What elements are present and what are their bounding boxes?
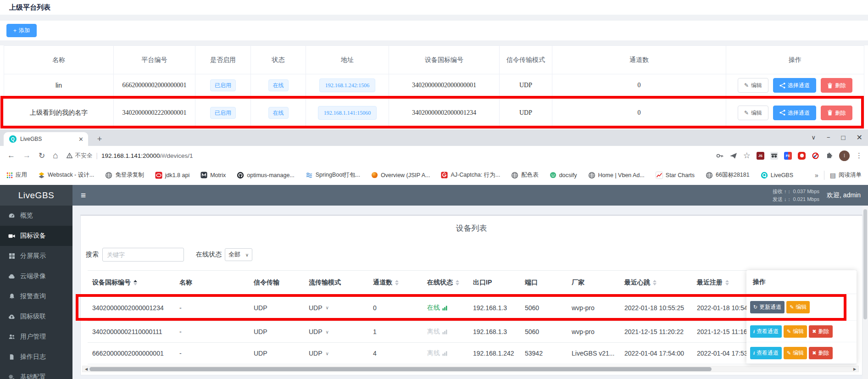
view-channels-button[interactable]: i查看通道	[750, 325, 782, 338]
platform-table-row: lin66620000002000000001已启用在线192.168.1.24…	[4, 74, 864, 97]
window-chevron-icon[interactable]: ∨	[811, 134, 816, 141]
window-minimize-icon[interactable]: −	[827, 134, 830, 141]
panel-toolbar: + 添加	[0, 21, 868, 40]
device-col-header[interactable]: 在线状态	[423, 279, 468, 287]
hamburger-icon[interactable]: ≡	[72, 190, 94, 201]
delete-button[interactable]: ✖删除	[809, 347, 832, 359]
bookmark-item[interactable]: Motrix	[200, 172, 226, 178]
sidebar-item-用户管理[interactable]: 用户管理	[0, 327, 72, 347]
extensions-puzzle-icon[interactable]	[825, 152, 833, 160]
edit-button[interactable]: ✎编辑	[784, 325, 807, 338]
home-icon[interactable]: ⌂	[53, 150, 58, 161]
bookmark-item[interactable]: Webstack - 设计...	[38, 171, 94, 179]
online-status-select[interactable]: 全部 ∨	[225, 248, 252, 261]
edit-icon: ✎	[787, 350, 791, 356]
bookmark-item[interactable]: jdk1.8 api	[155, 172, 190, 179]
delete-button[interactable]: 删除	[821, 106, 852, 120]
forward-icon[interactable]: →	[23, 151, 31, 160]
extension-no-tracking-icon[interactable]	[812, 152, 819, 160]
stream-mode-dropdown[interactable]: UDP∨	[309, 350, 329, 357]
scroll-right-icon[interactable]: ▶	[851, 367, 858, 371]
update-channels-button[interactable]: ↻更新通道	[750, 301, 785, 313]
edit-button[interactable]: ✎编辑	[784, 347, 807, 359]
sidebar-item-报警查询[interactable]: 报警查询	[0, 286, 72, 307]
omnibox[interactable]: 不安全 | 192.168.1.141:20000/#/devices/1	[67, 152, 193, 160]
reading-list-button[interactable]: ▤ 阅读清单	[830, 171, 862, 179]
edit-button[interactable]: ✎编辑	[738, 106, 768, 120]
cloud-icon	[8, 273, 16, 280]
device-cell: 在线	[423, 304, 468, 312]
window-close-icon[interactable]: ✕	[857, 133, 862, 142]
online-state: 离线	[427, 349, 448, 357]
device-col-header[interactable]: 通道数	[368, 279, 423, 287]
tab-title: LiveGBS	[20, 136, 75, 142]
bookmark-item[interactable]: 免登录复制	[105, 171, 144, 179]
extension-fe-icon[interactable]: FE	[784, 152, 792, 160]
scroll-left-icon[interactable]: ◀	[83, 367, 90, 371]
horizontal-scrollbar-thumb[interactable]	[89, 367, 712, 371]
bookmark-item[interactable]: Home | Vben Ad...	[588, 172, 645, 179]
captcha-icon	[441, 172, 448, 178]
security-chip[interactable]: 不安全	[67, 152, 93, 160]
sidebar-item-label: 操作日志	[20, 353, 46, 361]
new-tab-button[interactable]: +	[94, 133, 106, 145]
chart-bars-icon	[442, 305, 448, 311]
reload-icon[interactable]: ↻	[39, 151, 45, 161]
bookmark-item[interactable]: 应用	[6, 171, 27, 179]
page-title: 上级平台列表	[9, 3, 50, 12]
sidebar-item-国标级联[interactable]: 国标级联	[0, 307, 72, 327]
bookmark-star-icon[interactable]: ☆	[743, 150, 751, 161]
password-key-icon[interactable]	[716, 152, 723, 160]
extension-blocker-hand-icon[interactable]	[798, 152, 806, 160]
device-cell: 34020000002110000111	[88, 328, 175, 335]
edit-button[interactable]: ✎编辑	[786, 301, 810, 313]
sidebar-item-基础配置[interactable]: 基础配置	[0, 367, 72, 379]
device-col-header[interactable]: 设备国标编号	[88, 279, 175, 287]
device-col-header[interactable]: 最近注册	[692, 279, 748, 287]
online-status-label: 在线状态	[196, 251, 222, 259]
bookmark-item[interactable]: AJ-Captcha: 行为...	[441, 171, 500, 179]
welcome-user[interactable]: 欢迎, admin	[827, 191, 861, 200]
bookmark-item[interactable]: Star Charts	[656, 172, 695, 179]
sidebar-item-概览[interactable]: 概览	[0, 206, 72, 226]
browser-menu-dots-icon[interactable]: ⋮	[856, 151, 862, 160]
bookmark-item[interactable]: optimus-manage...	[237, 172, 295, 179]
vertical-scrollbar-thumb[interactable]	[863, 209, 867, 319]
platform-cell: 66620000002000000001	[114, 74, 195, 96]
bookmark-item[interactable]: Overview (JSIP A...	[371, 172, 430, 178]
url-text[interactable]: 192.168.1.141:20000/#/devices/1	[101, 152, 193, 159]
sidebar-item-云端录像[interactable]: 云端录像	[0, 266, 72, 286]
bookmark-item[interactable]: 配色表	[511, 171, 539, 179]
select-channel-button[interactable]: 选择通道	[773, 78, 816, 93]
bookmarks-overflow-chevron[interactable]: »	[815, 172, 818, 179]
warning-triangle-icon	[67, 153, 72, 158]
stream-mode-dropdown[interactable]: UDP∨	[309, 304, 329, 312]
delete-button[interactable]: ✖删除	[809, 325, 832, 338]
tab-close-icon[interactable]: ✕	[78, 136, 83, 143]
sidebar-item-操作日志[interactable]: 操作日志	[0, 347, 72, 367]
extension-incognito-icon[interactable]	[770, 152, 778, 160]
extension-js-icon[interactable]: JS	[757, 152, 764, 160]
browser-tab-livegbs[interactable]: Q LiveGBS ✕	[4, 132, 88, 146]
bookmark-item[interactable]: 66国标28181	[706, 171, 750, 179]
select-channel-button[interactable]: 选择通道	[773, 106, 816, 120]
device-col-header[interactable]: 最近心跳	[620, 279, 692, 287]
bookmark-item[interactable]: docsify	[550, 172, 577, 178]
profile-avatar[interactable]: I	[839, 150, 850, 161]
bookmarks-list: 应用Webstack - 设计...免登录复制jdk1.8 apiMotrixo…	[6, 171, 793, 179]
search-input[interactable]	[102, 248, 184, 262]
bookmark-item[interactable]: LiveGBS	[761, 172, 793, 179]
edit-button[interactable]: ✎编辑	[738, 78, 768, 93]
bookmark-item[interactable]: SpringBoot打包...	[306, 171, 360, 179]
view-channels-button[interactable]: i查看通道	[750, 347, 782, 359]
sidebar-item-国标设备[interactable]: 国标设备	[0, 226, 72, 246]
platform-cell: 已启用	[195, 97, 251, 128]
stream-mode-dropdown[interactable]: UDP∨	[309, 328, 329, 335]
device-cell: UDP	[249, 304, 304, 312]
sidebar-item-分屏展示[interactable]: 分屏展示	[0, 246, 72, 266]
back-icon[interactable]: ←	[7, 151, 15, 160]
delete-button[interactable]: 删除	[821, 78, 852, 93]
add-button[interactable]: + 添加	[6, 24, 37, 37]
send-to-device-icon[interactable]	[729, 152, 737, 159]
window-maximize-icon[interactable]: □	[841, 134, 846, 141]
